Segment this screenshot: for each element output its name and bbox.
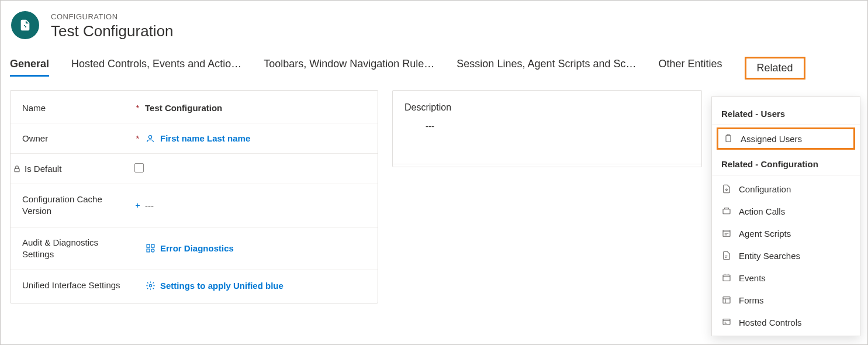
field-uis-label: Unified Interface Settings — [22, 280, 120, 291]
tab-other-entities[interactable]: Other Entities — [659, 58, 722, 77]
svg-rect-12 — [723, 297, 730, 303]
field-cache-value: --- — [145, 201, 366, 211]
svg-rect-1 — [15, 168, 19, 171]
field-uis-value[interactable]: Settings to apply Unified blue — [145, 280, 366, 291]
search-doc-icon — [721, 250, 732, 261]
related-dropdown: Related - Users Assigned Users Related -… — [711, 96, 860, 336]
person-icon — [145, 133, 155, 144]
field-name[interactable]: Name * Test Configuration — [11, 93, 378, 123]
required-marker: * — [130, 133, 145, 143]
dropdown-heading-configuration: Related - Configuration — [712, 154, 860, 175]
field-owner-value[interactable]: First name Last name — [145, 133, 366, 144]
field-owner[interactable]: Owner * First name Last name — [11, 123, 378, 154]
dropdown-item-agent-scripts[interactable]: Agent Scripts — [712, 222, 860, 244]
svg-rect-2 — [147, 244, 150, 247]
field-name-value: Test Configuration — [145, 103, 366, 113]
form-panel: Name * Test Configuration Owner * First … — [10, 90, 378, 303]
svg-point-6 — [149, 284, 151, 287]
field-audit-settings[interactable]: Audit & Diagnostics Settings Error Diagn… — [11, 227, 378, 271]
field-audit-value[interactable]: Error Diagnostics — [145, 243, 366, 254]
dropdown-item-events[interactable]: Events — [712, 267, 860, 289]
dropdown-item-action-calls[interactable]: Action Calls — [712, 200, 860, 222]
field-is-default-label: Is Default — [25, 164, 61, 174]
svg-rect-11 — [723, 275, 730, 281]
field-unified-interface-settings[interactable]: Unified Interface Settings Settings to a… — [11, 270, 378, 301]
lock-icon — [12, 164, 22, 174]
svg-rect-9 — [723, 209, 730, 214]
svg-rect-13 — [723, 319, 730, 325]
form-icon — [721, 295, 732, 305]
dropdown-item-configuration[interactable]: Configuration — [712, 178, 860, 200]
page-title: Test Configuration — [51, 22, 174, 40]
script-icon — [721, 228, 732, 239]
action-icon — [721, 206, 732, 216]
tab-related[interactable]: Related — [745, 57, 805, 80]
tab-session-lines[interactable]: Session Lines, Agent Scripts and Sc… — [457, 58, 636, 77]
dropdown-item-hosted-controls[interactable]: Hosted Controls — [712, 311, 860, 333]
clipboard-icon — [723, 133, 734, 144]
page-header: CONFIGURATION Test Configuration — [1, 1, 867, 40]
tab-general[interactable]: General — [10, 58, 49, 77]
svg-rect-3 — [151, 244, 154, 247]
events-icon — [721, 272, 732, 283]
dropdown-item-forms[interactable]: Forms — [712, 289, 860, 311]
field-description-value: --- — [404, 113, 690, 153]
tab-hosted-controls[interactable]: Hosted Controls, Events and Actio… — [71, 58, 241, 77]
field-description[interactable]: Description --- — [393, 93, 701, 164]
field-cache-version[interactable]: Configuration Cache Version + --- — [11, 184, 378, 227]
tab-toolbars[interactable]: Toolbars, Window Navigation Rule… — [264, 58, 434, 77]
field-owner-label: Owner — [22, 133, 48, 143]
field-description-label: Description — [404, 102, 690, 113]
controls-icon — [721, 317, 732, 327]
dropdown-item-assigned-users[interactable]: Assigned Users — [717, 127, 855, 150]
svg-rect-7 — [726, 136, 731, 142]
svg-rect-4 — [147, 249, 150, 252]
required-marker: * — [130, 103, 145, 113]
field-is-default[interactable]: Is Default — [11, 154, 378, 184]
settings-gear-icon — [145, 280, 155, 291]
field-cache-label: Configuration Cache Version — [22, 194, 130, 218]
breadcrumb: CONFIGURATION — [51, 12, 174, 21]
field-audit-label: Audit & Diagnostics Settings — [22, 237, 130, 261]
document-gear-icon — [721, 184, 732, 194]
svg-point-5 — [151, 249, 154, 252]
entity-icon — [11, 11, 39, 39]
svg-point-8 — [726, 189, 728, 191]
diagnostics-icon — [145, 243, 155, 254]
field-name-label: Name — [22, 103, 46, 113]
is-default-checkbox[interactable] — [134, 163, 144, 172]
description-panel: Description --- — [392, 90, 702, 167]
tab-bar: General Hosted Controls, Events and Acti… — [1, 40, 867, 78]
dropdown-heading-users: Related - Users — [712, 104, 860, 125]
dropdown-item-entity-searches[interactable]: Entity Searches — [712, 244, 860, 267]
recommended-marker: + — [130, 201, 145, 210]
svg-point-0 — [148, 135, 151, 138]
